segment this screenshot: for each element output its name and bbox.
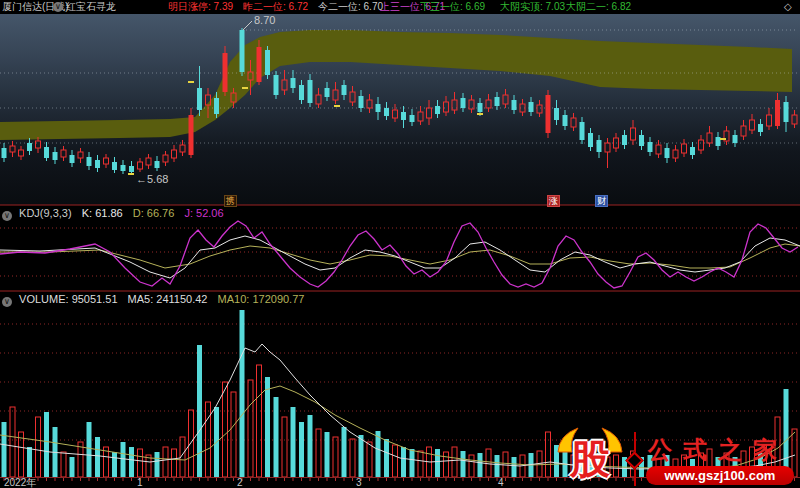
logo-title: 公式之家 [648, 434, 794, 466]
axis-month-label: 1 [137, 478, 143, 488]
quote-item: 今二一位: 6.70 [318, 1, 383, 13]
gu-character: 股 [550, 432, 630, 488]
volume-ma10-value: MA10: 172090.77 [218, 293, 305, 305]
gszj-logo[interactable]: 股 公式之家 www.gszj100.com [542, 428, 794, 488]
quote-item: 下三一位: 6.69 [420, 1, 485, 13]
quote-item: 昨二一位: 6.72 [243, 1, 308, 13]
indicator-name: 红宝石寻龙 [66, 1, 116, 13]
axis-month-label: 4 [498, 478, 504, 488]
chevron-down-icon[interactable]: ∨ [53, 2, 63, 12]
volume-header: ∨ VOLUME: 95051.51 MA5: 241150.42 MA10: … [2, 293, 311, 306]
axis-month-label: 3 [356, 478, 362, 488]
signal-marker[interactable]: 携 [224, 195, 237, 207]
quote-item: 明日涨停: 7.39 [168, 1, 233, 13]
kdj-d-value: D: 66.76 [133, 207, 175, 219]
diamond-icon[interactable]: ◇ [784, 1, 792, 13]
trading-app-window: 厦门信达(日线) ∨ 红宝石寻龙 明日涨停: 7.39昨二一位: 6.72今二一… [0, 0, 800, 488]
axis-year-label: 2022年 [4, 478, 36, 488]
quote-item: 大阴二一: 6.82 [566, 1, 631, 13]
signal-marker[interactable]: 财 [595, 195, 608, 207]
axis-month-label: 2 [237, 478, 243, 488]
collapse-kdj-icon[interactable]: ∨ [2, 211, 12, 221]
candlestick-chart-panel[interactable] [0, 14, 800, 205]
quote-item: 大阴实顶: 7.03 [500, 1, 565, 13]
volume-value: VOLUME: 95051.51 [19, 293, 117, 305]
kdj-j-value: J: 52.06 [184, 207, 223, 219]
signal-marker[interactable]: 涨 [547, 195, 560, 207]
volume-ma5-value: MA5: 241150.42 [128, 293, 208, 305]
top-quote-bar: 厦门信达(日线) ∨ 红宝石寻龙 明日涨停: 7.39昨二一位: 6.72今二一… [0, 0, 800, 14]
kdj-header: ∨ KDJ(9,3,3) K: 61.86 D: 66.76 J: 52.06 [2, 207, 231, 220]
kdj-title: KDJ(9,3,3) [19, 207, 72, 219]
collapse-volume-icon[interactable]: ∨ [2, 297, 12, 307]
gu-bull-mark: 股 [550, 428, 630, 488]
kdj-k-value: K: 61.86 [82, 207, 123, 219]
logo-url-link[interactable]: www.gszj100.com [646, 466, 794, 485]
